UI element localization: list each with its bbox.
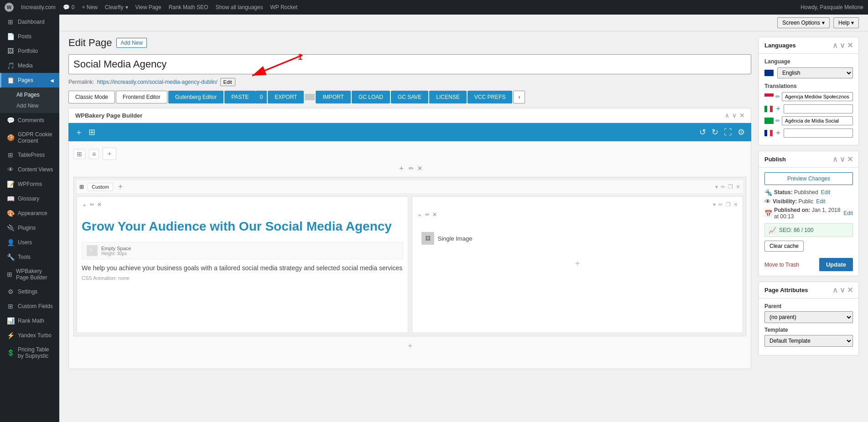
add-element-plus[interactable]: ＋ [398, 164, 405, 173]
clear-cache-button[interactable]: Clear cache [764, 241, 804, 252]
sidebar-item-add-new-page[interactable]: Add New [0, 100, 59, 111]
published-edit-link[interactable]: Edit [843, 210, 853, 216]
view-page[interactable]: View Page [135, 4, 161, 10]
metabox-close[interactable]: ✕ [847, 41, 853, 50]
row-edit-icon[interactable]: ✏ [721, 184, 725, 190]
sidebar-item-wpforms[interactable]: 📝 WPForms [0, 177, 59, 191]
update-button[interactable]: Update [819, 258, 853, 271]
pl-edit-icon[interactable]: ✏ [775, 93, 780, 100]
sidebar-item-yandex-turbo[interactable]: ⚡ Yandex Turbo [0, 328, 59, 343]
page-attr-collapse-up[interactable]: ∧ [832, 286, 838, 294]
sidebar-item-gdpr[interactable]: 🍪 GDPR Cookie Consent [0, 128, 59, 148]
wp-logo[interactable]: W [5, 3, 14, 12]
gc-load-button[interactable]: GC LOAD [352, 91, 390, 103]
row-copy-icon[interactable]: ❐ [728, 184, 733, 190]
metabox-collapse-up[interactable]: ∧ [832, 41, 838, 50]
more-tabs-button[interactable]: ‹ [513, 91, 525, 103]
collapse-down-icon[interactable]: ∨ [732, 112, 737, 119]
clearfly[interactable]: Clearfly ▾ [105, 4, 128, 10]
wp-rocket[interactable]: WP Rocket [270, 4, 297, 10]
sidebar-item-tools[interactable]: 🔧 Tools [0, 250, 59, 264]
col-right-copy-icon[interactable]: ❐ [726, 201, 731, 208]
sidebar-item-tablepress[interactable]: ⊞ TablePress [0, 148, 59, 162]
parent-select[interactable]: (no parent) [764, 311, 853, 323]
publish-collapse-up[interactable]: ∧ [832, 155, 838, 164]
undo-button[interactable]: ↺ [699, 127, 706, 137]
sidebar-item-media[interactable]: 🎵 Media [0, 58, 59, 73]
classic-mode-tab[interactable]: Classic Mode [68, 91, 115, 103]
row-move-icon[interactable]: ⊞ [79, 184, 84, 190]
sidebar-item-posts[interactable]: 📄 Posts [0, 29, 59, 44]
publish-close[interactable]: ✕ [847, 155, 853, 164]
close-icon[interactable]: ✕ [739, 112, 744, 119]
row-add-icon[interactable]: ＋ [103, 148, 116, 160]
add-template-button[interactable]: ⊞ [88, 127, 95, 137]
bottom-add-icon[interactable]: ＋ [406, 340, 414, 351]
sidebar-item-all-pages[interactable]: All Pages [0, 89, 59, 100]
redo-button[interactable]: ↻ [712, 127, 718, 137]
languages-metabox-header[interactable]: Languages ∧ ∨ ✕ [759, 37, 858, 54]
col-edit-icon[interactable]: ✏ [90, 201, 94, 209]
post-title-input[interactable] [68, 54, 751, 74]
fullscreen-button[interactable]: ⛶ [724, 128, 732, 137]
settings-gear-button[interactable]: ⚙ [738, 127, 745, 137]
add-new-button[interactable]: Add New [116, 38, 147, 48]
sidebar-item-custom-fields[interactable]: ⊞ Custom Fields [0, 299, 59, 314]
gutenberg-editor-tab[interactable]: Gutenberg Editor [168, 91, 223, 103]
sidebar-item-rank-math[interactable]: 📊 Rank Math [0, 314, 59, 328]
sidebar-item-wpbakery[interactable]: ⊞ WPBakery Page Builder [0, 264, 59, 284]
row-resize-icon[interactable]: ⊞ [73, 149, 85, 159]
fr-translation-input[interactable] [784, 129, 853, 138]
page-attributes-header[interactable]: Page Attributes ∧ ∨ ✕ [759, 282, 858, 298]
export-button[interactable]: EXPORT [268, 91, 304, 103]
fr-add-icon[interactable]: ＋ [774, 128, 782, 138]
move-to-trash-link[interactable]: Move to Trash [764, 262, 799, 268]
metabox-collapse-down[interactable]: ∨ [840, 41, 845, 50]
sidebar-item-plugins[interactable]: 🔌 Plugins [0, 221, 59, 235]
it-add-icon[interactable]: ＋ [774, 104, 782, 113]
sidebar-item-pricing-table[interactable]: 💲 Pricing Table by Supsystic [0, 343, 59, 363]
site-name[interactable]: Increasily.com [21, 4, 56, 10]
screen-options-button[interactable]: Screen Options ▾ [777, 17, 830, 28]
add-element-button[interactable]: ＋ [75, 127, 83, 138]
sidebar-item-settings[interactable]: ⚙ Settings [0, 284, 59, 299]
help-button[interactable]: Help ▾ [833, 17, 859, 28]
collapse-up-icon[interactable]: ∧ [725, 112, 729, 119]
publish-collapse-down[interactable]: ∨ [840, 155, 845, 164]
br-edit-icon[interactable]: ✏ [775, 118, 780, 124]
gc-save-button[interactable]: GC SAVE [391, 91, 428, 103]
add-content-button[interactable]: ＋ [417, 254, 738, 272]
sidebar-item-portfolio[interactable]: 🖼 Portfolio [0, 44, 59, 58]
sidebar-item-glossary[interactable]: 📖 Glossary [0, 191, 59, 206]
row-add-col-icon[interactable]: ＋ [117, 182, 124, 191]
show-all-languages[interactable]: Show all languages [215, 4, 263, 10]
edit-slug-button[interactable]: Edit [220, 78, 235, 86]
col-right-add-icon[interactable]: ＋ [417, 211, 422, 219]
page-attr-collapse-down[interactable]: ∨ [840, 286, 845, 294]
edit-row-icon[interactable]: ✏ [409, 165, 414, 172]
vcc-prefs-button[interactable]: VCC PREFS [468, 91, 513, 103]
br-translation-input[interactable] [782, 116, 853, 125]
sidebar-item-appearance[interactable]: 🎨 Appearance [0, 206, 59, 221]
template-select[interactable]: Default Template [764, 335, 853, 347]
col-delete-icon[interactable]: ✕ [97, 201, 102, 209]
sidebar-item-comments[interactable]: 💬 Comments [0, 113, 59, 128]
delete-row-icon[interactable]: ✕ [417, 165, 422, 172]
sidebar-item-dashboard[interactable]: ⊞ Dashboard [0, 15, 59, 29]
comment-count[interactable]: 💬 0 [63, 4, 75, 10]
import-button[interactable]: IMPORT [316, 91, 350, 103]
col-add-icon[interactable]: ＋ [82, 201, 87, 209]
publish-metabox-header[interactable]: Publish ∧ ∨ ✕ [759, 151, 858, 168]
rank-math-seo[interactable]: Rank Math SEO [169, 4, 208, 10]
paste-button[interactable]: PASTE [224, 91, 255, 103]
row-menu-icon[interactable]: ≡ [89, 149, 99, 159]
new-content[interactable]: + New [82, 4, 97, 10]
permalink-url[interactable]: https://increasily.com/social-media-agen… [97, 79, 218, 85]
sidebar-item-pages[interactable]: 📋 Pages ◀ [0, 73, 59, 87]
sidebar-item-users[interactable]: 👤 Users [0, 235, 59, 250]
row-settings-icon[interactable]: ▾ [715, 184, 718, 190]
page-attr-close[interactable]: ✕ [847, 286, 853, 294]
visibility-edit-link[interactable]: Edit [816, 198, 826, 205]
preview-changes-button[interactable]: Preview Changes [764, 172, 853, 185]
it-translation-input[interactable] [784, 104, 853, 113]
